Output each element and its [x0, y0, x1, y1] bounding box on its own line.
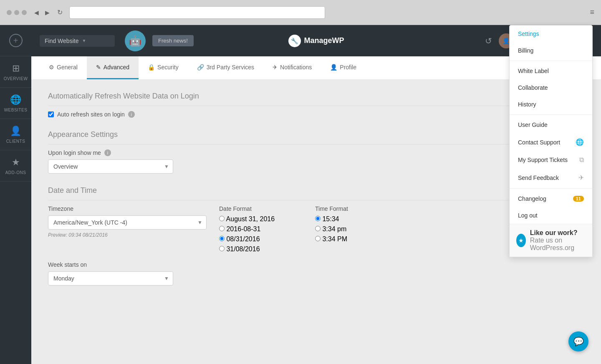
time-format-col: Time Format 15:34 3:34 pm 3:34 PM [315, 205, 399, 253]
tab-profile[interactable]: 👤 Profile [321, 56, 366, 79]
dropdown-collaborate[interactable]: Collaborate [510, 79, 592, 96]
login-show-info-icon[interactable]: i [104, 149, 111, 156]
time-format-option-1[interactable]: 15:34 [315, 215, 339, 222]
login-show-select[interactable]: Overview Websites Clients [48, 159, 173, 174]
logo-text: ManageWP [304, 36, 344, 45]
timezone-label: Timezone [48, 205, 207, 212]
date-format-option-1[interactable]: August 31, 2016 [219, 215, 275, 222]
date-format-radio-2[interactable] [219, 226, 225, 231]
time-format-radio-2[interactable] [315, 226, 321, 231]
auto-refresh-title: Automatically Refresh Website Data on Lo… [48, 92, 584, 106]
dropdown-white-label[interactable]: White Label [510, 63, 592, 79]
browser-nav: ◀ ▶ ↻ [32, 8, 64, 17]
browser-url-bar[interactable] [69, 6, 325, 19]
time-format-option-3[interactable]: 3:34 PM [315, 235, 399, 243]
time-format-radio-3[interactable] [315, 236, 321, 241]
browser-dot-1 [7, 10, 12, 15]
user-dropdown-menu: Settings Billing White Label Collaborate… [509, 25, 593, 257]
time-format-option-2[interactable]: 3:34 pm [315, 225, 399, 233]
browser-forward-button[interactable]: ▶ [43, 8, 52, 17]
login-show-label: Upon login show me i [48, 149, 584, 156]
sidebar-item-overview-label: Overview [4, 76, 28, 81]
tab-advanced-label: Advanced [104, 64, 129, 71]
timezone-select-wrap: America/New_York (UTC -4) ▼ [48, 215, 207, 230]
date-format-radio-3[interactable] [219, 236, 225, 241]
browser-menu-button[interactable]: ≡ [590, 8, 595, 17]
date-format-col: Date Format August 31, 2016 2016-08-31 0… [219, 205, 303, 253]
sidebar-item-overview[interactable]: ⊞ Overview [0, 56, 31, 88]
addons-icon: ★ [12, 157, 20, 168]
browser-chrome: ◀ ▶ ↻ ≡ [0, 0, 601, 25]
send-feedback-arrow-icon: ✈ [578, 174, 584, 182]
browser-dots [7, 10, 27, 15]
dropdown-send-feedback[interactable]: Send Feedback ✈ [510, 169, 592, 187]
find-website-dropdown[interactable]: Find Website ▼ [40, 35, 115, 47]
profile-tab-icon: 👤 [330, 64, 337, 71]
dropdown-my-tickets[interactable]: My Support Tickets ⧉ [510, 151, 592, 169]
auto-refresh-label[interactable]: Auto refresh sites on login [57, 111, 125, 118]
dropdown-divider-3 [510, 188, 592, 189]
dropdown-history[interactable]: History [510, 96, 592, 113]
chat-button[interactable]: 💬 [568, 331, 588, 351]
auto-refresh-info-icon[interactable]: i [128, 111, 135, 118]
tab-notifications-label: Notifications [280, 64, 312, 71]
date-format-option-4[interactable]: 31/08/2016 [219, 245, 303, 253]
websites-icon: 🌐 [10, 94, 21, 105]
sidebar-item-addons[interactable]: ★ Add-ons [0, 150, 31, 182]
changelog-badge: 11 [573, 196, 584, 202]
tab-security[interactable]: 🔒 Security [139, 56, 188, 79]
timezone-preview: Preview: 09:34 08/21/2016 [48, 232, 207, 238]
tab-general[interactable]: ⚙ General [40, 56, 87, 79]
tab-security-label: Security [157, 64, 179, 71]
advanced-tab-icon: ✎ [96, 64, 101, 71]
dropdown-footer[interactable]: ★ Like our work? Rate us on WordPress.or… [510, 224, 592, 257]
sidebar-item-clients[interactable]: 👤 Clients [0, 119, 31, 150]
timezone-col: Timezone America/New_York (UTC -4) ▼ Pre… [48, 205, 207, 253]
sidebar: + ⊞ Overview 🌐 Websites 👤 Clients ★ Add-… [0, 25, 31, 364]
dropdown-billing[interactable]: Billing [510, 42, 592, 59]
general-tab-icon: ⚙ [49, 64, 54, 71]
dropdown-user-guide[interactable]: User Guide [510, 116, 592, 133]
browser-back-button[interactable]: ◀ [32, 8, 41, 17]
date-format-option-3[interactable]: 08/31/2016 [219, 235, 303, 243]
week-starts-select[interactable]: Monday Sunday [48, 271, 173, 286]
appearance-section: Appearance Settings Upon login show me i… [48, 130, 584, 174]
fresh-news-button[interactable]: Fresh news! [152, 35, 194, 46]
tab-3rd-party[interactable]: 🔗 3rd Party Services [188, 56, 263, 79]
dropdown-settings[interactable]: Settings [510, 25, 592, 42]
dropdown-contact-support[interactable]: Contact Support 🌐 [510, 133, 592, 151]
sidebar-item-clients-label: Clients [6, 139, 25, 144]
tab-notifications[interactable]: ✈ Notifications [263, 56, 321, 79]
dropdown-changelog[interactable]: Changelog 11 [510, 190, 592, 207]
timezone-select[interactable]: America/New_York (UTC -4) [48, 215, 207, 230]
tab-advanced[interactable]: ✎ Advanced [87, 56, 139, 79]
dropdown-footer-text: Like our work? Rate us on WordPress.org [530, 229, 586, 252]
browser-dot-2 [14, 10, 19, 15]
notifications-tab-icon: ✈ [273, 64, 278, 71]
plus-icon: + [9, 34, 23, 47]
add-website-button[interactable]: + [0, 25, 31, 56]
logo-icon: 🔧 [288, 35, 300, 47]
week-starts-section: Week starts on Monday Sunday ▼ [48, 261, 584, 286]
time-format-radio-1[interactable] [315, 216, 321, 221]
datetime-title: Date and Time [48, 186, 584, 200]
auto-refresh-section: Automatically Refresh Website Data on Lo… [48, 92, 584, 118]
robot-mascot: 🤖 [125, 30, 146, 51]
refresh-button[interactable]: ↺ [485, 36, 492, 46]
logo: 🔧 ManageWP [288, 35, 344, 47]
sidebar-item-websites-label: Websites [4, 108, 28, 112]
dropdown-footer-title: Like our work? [530, 229, 586, 237]
contact-support-globe-icon: 🌐 [576, 138, 584, 146]
week-starts-select-wrap: Monday Sunday ▼ [48, 271, 173, 286]
date-format-radio-1[interactable] [219, 216, 225, 221]
appearance-title: Appearance Settings [48, 130, 584, 144]
date-format-option-2[interactable]: 2016-08-31 [219, 225, 303, 233]
browser-refresh-button[interactable]: ↻ [55, 8, 64, 17]
auto-refresh-row: Auto refresh sites on login i [48, 111, 584, 118]
dropdown-logout[interactable]: Log out [510, 207, 592, 224]
date-format-radio-4[interactable] [219, 246, 225, 251]
my-tickets-stack-icon: ⧉ [579, 156, 584, 164]
clients-icon: 👤 [10, 126, 21, 136]
sidebar-item-websites[interactable]: 🌐 Websites [0, 88, 31, 119]
auto-refresh-checkbox[interactable] [48, 111, 54, 117]
